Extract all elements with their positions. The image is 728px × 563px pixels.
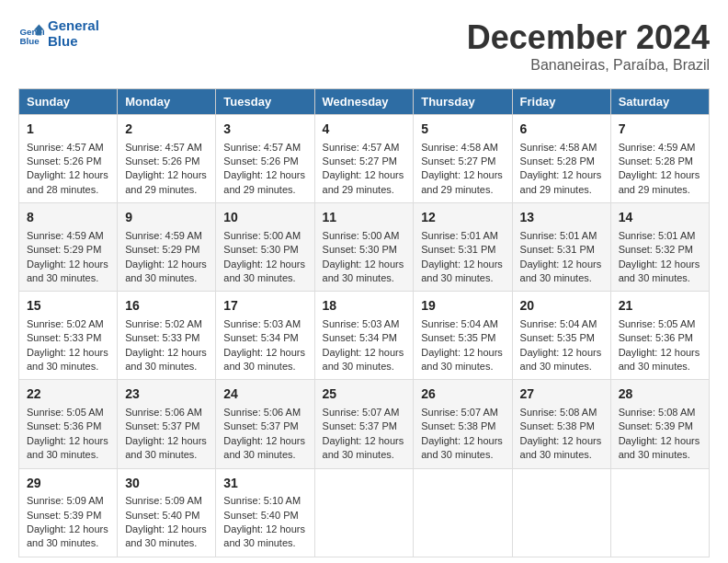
day-number: 15 [27,297,109,316]
day-info: Sunrise: 5:03 AMSunset: 5:34 PMDaylight:… [323,318,404,372]
calendar-cell: 18 Sunrise: 5:03 AMSunset: 5:34 PMDaylig… [314,292,414,380]
calendar-cell: 11 Sunrise: 5:00 AMSunset: 5:30 PMDaylig… [314,203,414,292]
calendar-cell [512,468,610,557]
calendar-cell: 12 Sunrise: 5:01 AMSunset: 5:31 PMDaylig… [414,203,512,292]
day-info: Sunrise: 5:07 AMSunset: 5:37 PMDaylight:… [323,407,404,460]
calendar-cell: 23 Sunrise: 5:06 AMSunset: 5:37 PMDaylig… [118,380,216,468]
calendar-cell [314,468,414,557]
calendar-cell: 1 Sunrise: 4:57 AMSunset: 5:26 PMDayligh… [19,115,118,203]
calendar-cell: 22 Sunrise: 5:05 AMSunset: 5:36 PMDaylig… [19,380,118,468]
day-info: Sunrise: 5:01 AMSunset: 5:32 PMDaylight:… [619,230,700,283]
location-subtitle: Bananeiras, Paraíba, Brazil [467,57,710,74]
calendar-cell: 2 Sunrise: 4:57 AMSunset: 5:26 PMDayligh… [118,115,216,203]
calendar-cell: 3 Sunrise: 4:57 AMSunset: 5:26 PMDayligh… [216,115,314,203]
calendar-cell: 15 Sunrise: 5:02 AMSunset: 5:33 PMDaylig… [19,292,118,380]
day-info: Sunrise: 4:59 AMSunset: 5:28 PMDaylight:… [619,142,700,195]
calendar-table: SundayMondayTuesdayWednesdayThursdayFrid… [18,88,710,557]
day-info: Sunrise: 5:04 AMSunset: 5:35 PMDaylight:… [421,318,503,372]
calendar-cell: 25 Sunrise: 5:07 AMSunset: 5:37 PMDaylig… [314,380,414,468]
day-info: Sunrise: 5:02 AMSunset: 5:33 PMDaylight:… [125,318,207,372]
calendar-cell: 21 Sunrise: 5:05 AMSunset: 5:36 PMDaylig… [610,292,709,380]
day-number: 28 [619,385,701,404]
day-info: Sunrise: 5:05 AMSunset: 5:36 PMDaylight:… [27,407,108,460]
logo: General Blue General Blue [18,18,99,49]
calendar-cell: 4 Sunrise: 4:57 AMSunset: 5:27 PMDayligh… [314,115,414,203]
day-info: Sunrise: 4:59 AMSunset: 5:29 PMDaylight:… [27,230,108,283]
calendar-cell: 6 Sunrise: 4:58 AMSunset: 5:28 PMDayligh… [512,115,610,203]
day-number: 21 [619,297,701,316]
day-number: 9 [125,209,208,227]
calendar-week-row: 29 Sunrise: 5:09 AMSunset: 5:39 PMDaylig… [19,468,710,557]
calendar-cell: 20 Sunrise: 5:04 AMSunset: 5:35 PMDaylig… [512,292,610,380]
calendar-cell [610,468,709,557]
day-number: 13 [520,209,603,227]
calendar-cell: 27 Sunrise: 5:08 AMSunset: 5:38 PMDaylig… [512,380,610,468]
day-info: Sunrise: 5:02 AMSunset: 5:33 PMDaylight:… [27,318,108,372]
day-info: Sunrise: 4:57 AMSunset: 5:27 PMDaylight:… [323,142,404,195]
calendar-cell: 19 Sunrise: 5:04 AMSunset: 5:35 PMDaylig… [414,292,512,380]
weekday-header-saturday: Saturday [610,89,709,115]
day-info: Sunrise: 5:06 AMSunset: 5:37 PMDaylight:… [125,407,207,460]
svg-text:Blue: Blue [19,35,40,45]
day-number: 23 [125,385,208,404]
calendar-cell: 14 Sunrise: 5:01 AMSunset: 5:32 PMDaylig… [610,203,709,292]
day-info: Sunrise: 5:05 AMSunset: 5:36 PMDaylight:… [619,318,700,372]
calendar-cell: 13 Sunrise: 5:01 AMSunset: 5:31 PMDaylig… [512,203,610,292]
day-number: 31 [223,475,306,493]
day-number: 11 [323,209,406,227]
day-info: Sunrise: 5:01 AMSunset: 5:31 PMDaylight:… [421,230,503,283]
day-info: Sunrise: 4:59 AMSunset: 5:29 PMDaylight:… [125,230,207,283]
day-number: 14 [619,209,701,227]
weekday-header-thursday: Thursday [414,89,512,115]
day-info: Sunrise: 5:09 AMSunset: 5:40 PMDaylight:… [125,495,207,548]
calendar-week-row: 22 Sunrise: 5:05 AMSunset: 5:36 PMDaylig… [19,380,710,468]
day-number: 16 [125,297,208,316]
calendar-cell: 5 Sunrise: 4:58 AMSunset: 5:27 PMDayligh… [414,115,512,203]
day-info: Sunrise: 5:04 AMSunset: 5:35 PMDaylight:… [520,318,602,372]
calendar-week-row: 1 Sunrise: 4:57 AMSunset: 5:26 PMDayligh… [19,115,710,203]
logo-general: General [48,18,99,34]
calendar-cell: 7 Sunrise: 4:59 AMSunset: 5:28 PMDayligh… [610,115,709,203]
day-number: 19 [421,297,504,316]
day-number: 20 [520,297,603,316]
day-number: 8 [27,209,109,227]
day-number: 10 [223,209,306,227]
calendar-cell: 26 Sunrise: 5:07 AMSunset: 5:38 PMDaylig… [414,380,512,468]
day-number: 30 [125,475,208,493]
calendar-cell: 29 Sunrise: 5:09 AMSunset: 5:39 PMDaylig… [19,468,118,557]
calendar-cell: 9 Sunrise: 4:59 AMSunset: 5:29 PMDayligh… [118,203,216,292]
day-info: Sunrise: 5:00 AMSunset: 5:30 PMDaylight:… [223,230,305,283]
day-number: 7 [619,121,701,139]
weekday-header-tuesday: Tuesday [216,89,314,115]
calendar-cell: 17 Sunrise: 5:03 AMSunset: 5:34 PMDaylig… [216,292,314,380]
day-info: Sunrise: 5:01 AMSunset: 5:31 PMDaylight:… [520,230,602,283]
day-info: Sunrise: 4:58 AMSunset: 5:27 PMDaylight:… [421,142,503,195]
day-info: Sunrise: 5:03 AMSunset: 5:34 PMDaylight:… [223,318,305,372]
logo-icon: General Blue [18,21,44,47]
weekday-header-friday: Friday [512,89,610,115]
day-number: 22 [27,385,109,404]
day-number: 17 [223,297,306,316]
day-info: Sunrise: 5:09 AMSunset: 5:39 PMDaylight:… [27,495,108,548]
day-info: Sunrise: 4:57 AMSunset: 5:26 PMDaylight:… [27,142,108,195]
logo-blue: Blue [48,34,99,50]
day-info: Sunrise: 5:07 AMSunset: 5:38 PMDaylight:… [421,407,503,460]
day-number: 6 [520,121,603,139]
weekday-header-monday: Monday [118,89,216,115]
day-number: 2 [125,121,208,139]
day-info: Sunrise: 4:58 AMSunset: 5:28 PMDaylight:… [520,142,602,195]
day-info: Sunrise: 4:57 AMSunset: 5:26 PMDaylight:… [125,142,207,195]
month-title: December 2024 [467,18,710,57]
day-number: 5 [421,121,504,139]
calendar-header-row: SundayMondayTuesdayWednesdayThursdayFrid… [19,89,710,115]
day-info: Sunrise: 5:08 AMSunset: 5:39 PMDaylight:… [619,407,700,460]
weekday-header-wednesday: Wednesday [314,89,414,115]
calendar-cell: 30 Sunrise: 5:09 AMSunset: 5:40 PMDaylig… [118,468,216,557]
day-number: 25 [323,385,406,404]
day-info: Sunrise: 4:57 AMSunset: 5:26 PMDaylight:… [223,142,305,195]
calendar-cell: 31 Sunrise: 5:10 AMSunset: 5:40 PMDaylig… [216,468,314,557]
day-number: 18 [323,297,406,316]
calendar-cell: 8 Sunrise: 4:59 AMSunset: 5:29 PMDayligh… [19,203,118,292]
day-info: Sunrise: 5:06 AMSunset: 5:37 PMDaylight:… [223,407,305,460]
day-number: 3 [223,121,306,139]
